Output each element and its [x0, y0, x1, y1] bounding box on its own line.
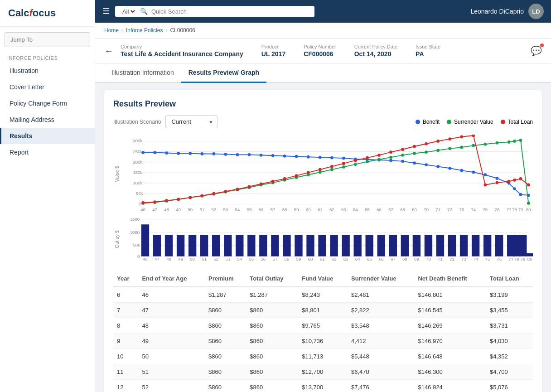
- back-button[interactable]: ←: [104, 46, 113, 56]
- svg-text:1000: 1000: [130, 229, 140, 234]
- table-cell: $3,731: [486, 318, 533, 333]
- svg-text:55: 55: [247, 207, 252, 212]
- tab-illustration-info[interactable]: Illustration Information: [104, 63, 181, 83]
- svg-text:48: 48: [164, 207, 169, 212]
- surrender-dot-18: [354, 163, 357, 166]
- svg-text:74: 74: [473, 256, 478, 261]
- table-cell: $5,076: [486, 379, 533, 392]
- col-premium: Premium: [205, 271, 246, 287]
- benefit-dot-4: [188, 152, 192, 155]
- svg-text:49: 49: [176, 207, 181, 212]
- svg-text:80: 80: [527, 256, 532, 261]
- product-field: Product UL 2017: [261, 44, 285, 58]
- breadcrumb-home[interactable]: Home: [104, 27, 119, 34]
- table-row: 646$1,287$1,287$8,243$2,481$146,801$3,19…: [113, 287, 533, 303]
- svg-text:63: 63: [343, 256, 348, 261]
- table-cell: 49: [138, 333, 205, 348]
- tabs: Illustration Information Results Preview…: [95, 63, 551, 83]
- table-cell: $860: [246, 302, 298, 318]
- breadcrumb-sep1: ›: [121, 27, 123, 34]
- table-cell: 12: [113, 379, 138, 392]
- svg-text:60: 60: [308, 256, 313, 261]
- topbar: ☰ All 🔍 Leonardo DiCaprio LD: [95, 0, 551, 23]
- bar-9: [247, 235, 255, 256]
- sidebar-item-report[interactable]: Report: [0, 144, 95, 160]
- benefit-dot-12: [283, 155, 286, 158]
- scenario-label: Illustration Scenario: [113, 119, 161, 125]
- svg-text:69: 69: [414, 256, 419, 261]
- policy-date-field: Current Policy Date Oct 14, 2020: [354, 44, 397, 58]
- surrender-dot-17: [342, 165, 345, 169]
- svg-text:64: 64: [353, 207, 358, 212]
- surrender-dot-31: [508, 140, 511, 144]
- sidebar-item-results[interactable]: Results: [0, 128, 95, 144]
- scenario-select[interactable]: Current Guaranteed Alternative: [165, 115, 218, 128]
- search-input[interactable]: [151, 8, 309, 15]
- search-type-select[interactable]: All: [121, 8, 136, 15]
- bar-8: [236, 235, 243, 256]
- results-title: Results Preview: [113, 99, 533, 109]
- svg-text:150k: 150k: [133, 170, 142, 175]
- search-container: All 🔍: [115, 6, 314, 17]
- table-cell: $860: [205, 348, 246, 364]
- bar-10: [259, 235, 267, 256]
- benefit-dot-14: [307, 155, 310, 159]
- hamburger-icon[interactable]: ☰: [102, 6, 110, 16]
- bar-29: [483, 235, 491, 256]
- surrender-dot-33: [519, 139, 522, 142]
- svg-text:52: 52: [211, 207, 216, 212]
- loan-dot-33: [519, 177, 522, 180]
- tab-results-preview[interactable]: Results Preview/ Graph: [181, 63, 266, 83]
- table-cell: $9,765: [298, 318, 348, 333]
- line-chart-y-label: Value $: [114, 166, 120, 182]
- benefit-line: [143, 153, 529, 196]
- svg-text:70: 70: [424, 207, 429, 212]
- col-age: End of Year Age: [138, 271, 205, 287]
- bar-16: [330, 235, 338, 256]
- loan-dot-18: [354, 159, 357, 162]
- table-cell: 9: [113, 333, 138, 348]
- loan-dot-5: [200, 194, 203, 198]
- benefit-dot-1: [153, 151, 156, 154]
- loan-dot-13: [295, 174, 298, 177]
- main-content: ☰ All 🔍 Leonardo DiCaprio LD Home › Info…: [95, 0, 551, 392]
- table-cell: $146,269: [414, 318, 486, 333]
- col-death: Net Death Benefit: [414, 271, 486, 287]
- svg-text:57: 57: [271, 207, 276, 212]
- svg-text:60: 60: [306, 207, 311, 212]
- breadcrumb: Home › Inforce Policies › CL000006: [95, 23, 551, 39]
- sidebar-item-cover-letter[interactable]: Cover Letter: [0, 79, 95, 95]
- topbar-right: Leonardo DiCaprio LD: [470, 4, 544, 19]
- table-cell: 11: [113, 364, 138, 379]
- svg-text:47: 47: [152, 207, 157, 212]
- bar-26: [448, 235, 456, 256]
- chat-icon[interactable]: 💬: [531, 45, 542, 56]
- sidebar-item-illustration[interactable]: Illustration: [0, 63, 95, 79]
- svg-text:56: 56: [261, 256, 266, 261]
- benefit-dot-28: [472, 171, 475, 174]
- loan-dot-34: [527, 184, 530, 187]
- table-cell: $860: [246, 333, 298, 348]
- benefit-dot-22: [401, 160, 404, 163]
- svg-text:79: 79: [518, 207, 523, 212]
- svg-text:65: 65: [365, 207, 370, 212]
- table-cell: $3,548: [348, 318, 415, 333]
- table-cell: 48: [138, 318, 205, 333]
- loan-dot-17: [342, 162, 345, 165]
- benefit-dot-23: [413, 161, 416, 165]
- sidebar-item-policy-change-form[interactable]: Policy Change Form: [0, 95, 95, 111]
- svg-text:52: 52: [213, 256, 218, 261]
- loan-dot-24: [425, 142, 428, 145]
- sidebar-item-mailing-address[interactable]: Mailing Address: [0, 111, 95, 128]
- breadcrumb-inforce[interactable]: Inforce Policies: [126, 27, 163, 34]
- table-cell: $13,700: [298, 379, 348, 392]
- avatar: LD: [528, 4, 544, 19]
- jump-to-input[interactable]: [5, 32, 90, 47]
- table-cell: $860: [205, 318, 246, 333]
- bar-30: [495, 235, 503, 256]
- benefit-dot-26: [448, 167, 451, 170]
- svg-text:76: 76: [495, 207, 500, 212]
- policy-number-field: Policy Number CF000006: [304, 44, 336, 58]
- content-area: Results Preview Illustration Scenario Cu…: [95, 83, 551, 392]
- svg-text:76: 76: [497, 256, 502, 261]
